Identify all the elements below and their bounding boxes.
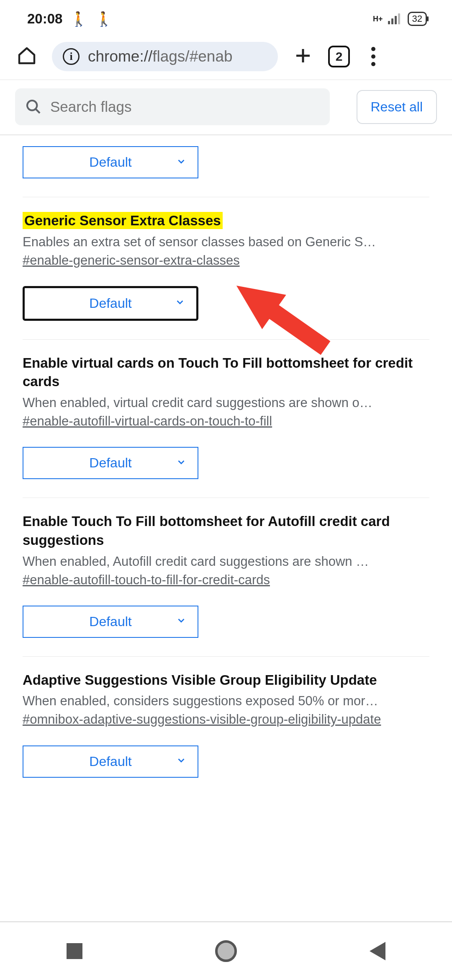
signal-icon xyxy=(388,13,400,24)
browser-toolbar: i chrome://flags/#enab 2 xyxy=(0,38,452,80)
flag-hash-link[interactable]: #enable-autofill-touch-to-fill-for-credi… xyxy=(23,571,429,589)
tab-count: 2 xyxy=(336,49,343,64)
flags-list: Default Generic Sensor Extra Classes Ena… xyxy=(0,135,452,796)
network-type: H+ xyxy=(373,16,383,21)
tab-switcher-button[interactable]: 2 xyxy=(328,46,350,67)
status-bar: 20:08 🚶 🚶 H+ 32 xyxy=(0,0,452,38)
dropdown-value: Default xyxy=(89,455,131,471)
flag-description: Enables an extra set of sensor classes b… xyxy=(23,235,429,250)
activity-icon-1: 🚶 xyxy=(70,10,87,27)
flag-title: Enable virtual cards on Touch To Fill bo… xyxy=(23,354,429,391)
flag-dropdown[interactable]: Default xyxy=(23,146,198,178)
flag-hash-link[interactable]: #enable-generic-sensor-extra-classes xyxy=(23,251,429,269)
chevron-down-icon xyxy=(176,614,187,629)
flag-title: Enable Touch To Fill bottomsheet for Aut… xyxy=(23,512,429,549)
svg-point-0 xyxy=(27,101,37,110)
dropdown-value: Default xyxy=(89,614,131,629)
site-info-icon[interactable]: i xyxy=(63,48,80,65)
dropdown-value: Default xyxy=(89,296,131,311)
dropdown-value: Default xyxy=(89,754,131,769)
flag-title: Generic Sensor Extra Classes xyxy=(23,212,223,229)
url-bar[interactable]: i chrome://flags/#enab xyxy=(52,42,278,71)
status-time: 20:08 xyxy=(27,11,62,27)
flag-item: Generic Sensor Extra Classes Enables an … xyxy=(23,197,429,340)
flag-description: When enabled, virtual credit card sugges… xyxy=(23,395,429,410)
home-icon[interactable] xyxy=(17,46,37,67)
chevron-down-icon xyxy=(176,754,187,769)
new-tab-button[interactable] xyxy=(293,46,313,67)
flag-item: Enable virtual cards on Touch To Fill bo… xyxy=(23,340,429,498)
reset-all-button[interactable]: Reset all xyxy=(357,90,437,124)
battery-indicator: 32 xyxy=(408,12,427,26)
flag-title: Adaptive Suggestions Visible Group Eligi… xyxy=(23,671,429,690)
chevron-down-icon xyxy=(176,155,187,170)
search-flags-box[interactable] xyxy=(15,88,330,125)
flag-dropdown[interactable]: Default xyxy=(23,447,198,479)
recent-apps-button[interactable] xyxy=(67,943,82,959)
home-button[interactable] xyxy=(215,940,237,962)
url-text: chrome://flags/#enab xyxy=(88,48,233,65)
activity-icon-2: 🚶 xyxy=(95,10,113,27)
dropdown-value: Default xyxy=(89,155,131,170)
chevron-down-icon xyxy=(175,296,185,311)
flag-dropdown[interactable]: Default xyxy=(23,286,198,321)
flag-description: When enabled, Autofill credit card sugge… xyxy=(23,554,429,569)
back-button[interactable] xyxy=(370,942,385,960)
flag-item: Default xyxy=(23,135,429,197)
flag-description: When enabled, considers suggestions expo… xyxy=(23,694,429,709)
flags-search-row: Reset all xyxy=(0,80,452,135)
search-icon xyxy=(25,98,42,115)
flag-item: Enable Touch To Fill bottomsheet for Aut… xyxy=(23,498,429,656)
flag-item: Adaptive Suggestions Visible Group Eligi… xyxy=(23,657,429,796)
android-nav-bar xyxy=(0,921,452,980)
flag-hash-link[interactable]: #enable-autofill-virtual-cards-on-touch-… xyxy=(23,412,429,430)
flag-dropdown[interactable]: Default xyxy=(23,745,198,778)
search-input[interactable] xyxy=(50,98,320,115)
chevron-down-icon xyxy=(176,455,187,471)
flag-hash-link[interactable]: #omnibox-adaptive-suggestions-visible-gr… xyxy=(23,710,429,728)
flag-dropdown[interactable]: Default xyxy=(23,606,198,638)
overflow-menu-button[interactable] xyxy=(365,47,382,66)
